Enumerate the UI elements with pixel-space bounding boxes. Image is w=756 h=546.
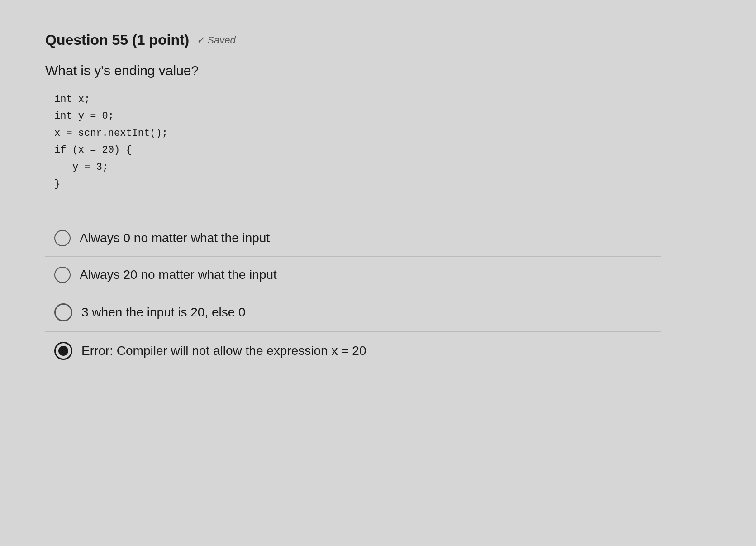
option-label-3: 3 when the input is 20, else 0: [81, 305, 246, 320]
radio-inner-4: [58, 346, 68, 356]
option-item-3[interactable]: 3 when the input is 20, else 0: [45, 293, 661, 332]
question-text: What is y's ending value?: [45, 63, 661, 78]
option-item-2[interactable]: Always 20 no matter what the input: [45, 257, 661, 293]
radio-button-3[interactable]: [54, 303, 72, 321]
code-line-5: y = 3;: [54, 159, 661, 176]
code-line-1: int x;: [54, 91, 661, 108]
code-block: int x; int y = 0; x = scnr.nextInt(); if…: [45, 91, 661, 192]
option-label-2: Always 20 no matter what the input: [80, 268, 277, 282]
option-label-1: Always 0 no matter what the input: [80, 231, 270, 245]
radio-button-4[interactable]: [54, 342, 72, 360]
question-title: Question 55 (1 point): [45, 32, 189, 48]
code-line-6: }: [54, 176, 661, 192]
radio-button-1[interactable]: [54, 230, 71, 246]
question-container: Question 55 (1 point) ✓ Saved What is y'…: [36, 18, 670, 384]
saved-indicator: ✓ Saved: [196, 34, 235, 46]
code-line-2: int y = 0;: [54, 108, 661, 125]
question-number: Question 55: [45, 32, 128, 48]
option-item-1[interactable]: Always 0 no matter what the input: [45, 220, 661, 257]
option-label-4: Error: Compiler will not allow the expre…: [81, 344, 366, 358]
code-line-4: if (x = 20) {: [54, 142, 661, 158]
options-container: Always 0 no matter what the input Always…: [45, 220, 661, 370]
radio-button-2[interactable]: [54, 267, 71, 283]
question-points: (1 point): [132, 32, 189, 48]
saved-label: Saved: [207, 34, 235, 46]
question-header: Question 55 (1 point) ✓ Saved: [45, 32, 661, 48]
option-item-4[interactable]: Error: Compiler will not allow the expre…: [45, 332, 661, 370]
code-line-3: x = scnr.nextInt();: [54, 125, 661, 142]
checkmark-icon: ✓: [196, 34, 204, 46]
